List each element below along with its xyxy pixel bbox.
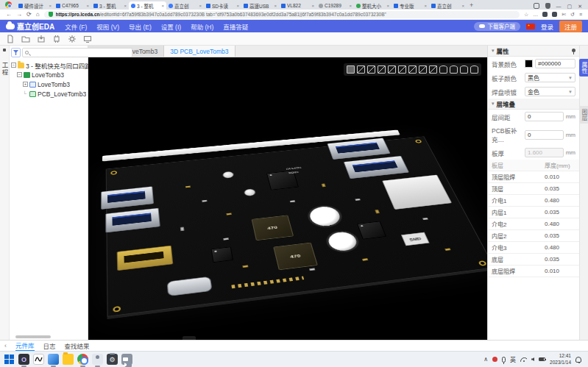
tab-close-icon[interactable]: × — [311, 4, 314, 8]
status-tab-log[interactable]: 日志 — [43, 341, 56, 350]
tray-chevron-up-icon[interactable]: ∧ — [483, 357, 488, 363]
fit-view-icon[interactable] — [450, 65, 458, 74]
pin-icon[interactable] — [572, 49, 575, 52]
tray-clock[interactable]: 12:41 2023/1/14 — [550, 353, 571, 366]
collapse-caret-icon[interactable]: − — [17, 72, 22, 77]
taskbar-app-video[interactable] — [121, 354, 132, 365]
taskbar-app-contacts[interactable] — [92, 354, 103, 365]
register-button[interactable]: 注册 — [559, 21, 582, 32]
tab-close-icon[interactable]: × — [461, 4, 464, 8]
stackup-row[interactable]: 内层20.035 — [488, 230, 579, 242]
taskbar-app-chrome[interactable] — [77, 354, 88, 365]
tab-close-icon[interactable]: × — [124, 4, 127, 8]
stackup-row[interactable]: 顶层阻焊0.010 — [488, 171, 579, 183]
stackup-row[interactable]: 底层0.035 — [488, 254, 579, 266]
horizontal-scrollbar[interactable] — [15, 335, 51, 338]
project-search-input[interactable] — [22, 48, 132, 57]
rotate-board-icon[interactable] — [429, 65, 437, 74]
taskbar-app-wave[interactable] — [33, 354, 44, 365]
tab-close-icon[interactable]: × — [349, 4, 352, 8]
expand-caret-icon[interactable]: + — [23, 82, 28, 87]
new-file-icon[interactable] — [6, 35, 15, 43]
browser-tab[interactable]: SD卡读× — [204, 1, 241, 10]
stackup-row[interactable]: 顶层0.035 — [488, 183, 579, 195]
taskbar-app-obsidian[interactable]: O — [18, 354, 29, 365]
tray-record-icon[interactable] — [492, 357, 497, 362]
filter-funnel-icon[interactable] — [11, 48, 21, 57]
stackup-row[interactable]: 介电20.480 — [488, 218, 579, 230]
status-tab-search-results[interactable]: 查找结果 — [65, 341, 90, 350]
browser-tab[interactable]: 硬件设计× — [16, 1, 54, 10]
collapse-caret-icon[interactable]: − — [11, 63, 16, 68]
section-stackup[interactable]: ▾ 层堆叠 — [488, 99, 579, 110]
tray-wifi-icon[interactable] — [520, 357, 527, 362]
board-color-select[interactable]: 黑色▼ — [525, 73, 575, 82]
windows-start-button[interactable] — [4, 354, 15, 365]
tab-close-icon[interactable]: × — [86, 4, 89, 8]
login-link[interactable]: 登录 — [541, 22, 553, 31]
status-tab-library[interactable]: 元件库 — [15, 341, 35, 352]
import-icon[interactable] — [37, 35, 46, 43]
secure-shield-icon[interactable] — [49, 12, 53, 17]
tray-notifications-bell-icon[interactable] — [575, 357, 581, 363]
board-extra-input[interactable]: 0 — [525, 130, 564, 140]
history-icon[interactable]: ↺ — [570, 12, 575, 17]
menu-settings[interactable]: 设置 (I) — [161, 22, 181, 31]
view-iso-icon[interactable] — [347, 65, 355, 74]
browser-tab[interactable]: 专业版× — [392, 1, 429, 10]
vertical-tab-layers[interactable]: 图层 — [579, 106, 588, 124]
tab-close-icon[interactable]: × — [199, 4, 202, 8]
tray-input-language[interactable]: 英 — [510, 355, 516, 363]
view-bottom-icon[interactable] — [367, 65, 375, 74]
open-folder-icon[interactable] — [21, 35, 30, 43]
home-icon[interactable]: ⌂ — [36, 12, 40, 18]
tab-close-icon[interactable]: × — [386, 4, 389, 8]
color-swatch[interactable] — [525, 60, 533, 68]
section-properties[interactable]: ▾ 属性 — [488, 46, 579, 57]
stackup-row[interactable]: 底层阻焊0.010 — [488, 266, 579, 277]
flip-board-icon[interactable] — [419, 65, 427, 74]
menu-export[interactable]: 导出 (E) — [129, 22, 152, 31]
tray-battery-icon[interactable] — [539, 357, 545, 361]
view-back-icon[interactable] — [388, 65, 396, 74]
client-download-pill[interactable]: 下载客户端 — [474, 22, 520, 31]
vertical-tab-project[interactable]: 工程 — [0, 62, 9, 76]
taskbar-app-settings[interactable]: ⚙ — [107, 354, 118, 365]
stackup-row[interactable]: 介电10.480 — [488, 195, 579, 207]
board-preview-icon[interactable] — [83, 35, 92, 43]
view-top-icon[interactable] — [357, 65, 365, 74]
view-right-icon[interactable] — [408, 65, 417, 74]
browser-tab[interactable]: 高速USB× — [241, 1, 279, 10]
scissors-icon[interactable]: ✄ — [562, 12, 566, 17]
browser-tab[interactable]: 嘉立创× — [429, 1, 467, 10]
library-chip-icon[interactable] — [52, 35, 61, 43]
close-window-button[interactable]: ✕ — [578, 4, 582, 9]
vertical-tab-properties[interactable]: 属性 — [579, 59, 588, 76]
tab-close-icon[interactable]: × — [236, 4, 239, 8]
reload-icon[interactable]: ⟳ — [26, 12, 32, 18]
3d-viewport[interactable]: 470 470 SMD R4 EXON RDM2 — [88, 57, 487, 340]
doc-tab-3d[interactable]: 3D PCB_LoveTomb3 — [164, 46, 235, 57]
browser-tab[interactable]: 嘉立创× — [166, 1, 204, 10]
taskbar-file-explorer[interactable] — [63, 354, 74, 365]
layers-icon[interactable] — [439, 65, 447, 74]
extension-icon[interactable] — [534, 3, 539, 9]
gear-icon[interactable] — [68, 35, 77, 43]
menu-icon[interactable]: ≡ — [579, 12, 582, 17]
tab-close-icon[interactable]: × — [424, 4, 427, 8]
maximize-button[interactable]: ▢ — [567, 4, 573, 9]
menu-view[interactable]: 视图 (V) — [96, 22, 119, 31]
layer-spacing-input[interactable]: 0 — [525, 112, 564, 121]
stackup-row[interactable]: 内层10.035 — [488, 207, 579, 218]
browser-tab[interactable]: 整机大小× — [354, 1, 392, 10]
stackup-row[interactable]: 介电30.480 — [488, 242, 579, 254]
menu-file[interactable]: 文件 (F) — [65, 22, 87, 31]
reset-view-icon[interactable] — [470, 65, 478, 74]
more-icon[interactable]: … — [533, 12, 538, 17]
tray-mic-icon[interactable] — [502, 357, 506, 363]
tab-close-icon[interactable]: × — [161, 4, 164, 8]
tray-volume-icon[interactable] — [531, 357, 534, 361]
extension-2-icon[interactable] — [552, 12, 557, 17]
menu-live-support[interactable]: 直播答疑 — [223, 22, 248, 31]
minimize-button[interactable]: — — [556, 4, 562, 9]
